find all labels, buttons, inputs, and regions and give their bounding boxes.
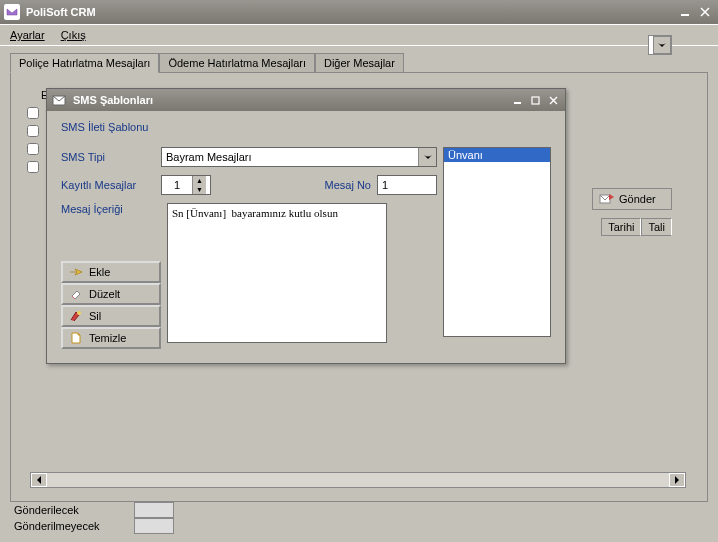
menu-cikis[interactable]: Çıkış xyxy=(61,29,86,41)
eraser-icon xyxy=(69,287,83,301)
scroll-track[interactable] xyxy=(47,473,669,487)
bg-checkbox-2[interactable] xyxy=(27,125,39,137)
menubar: Ayarlar Çıkış xyxy=(0,24,718,46)
bg-checkbox-4[interactable] xyxy=(27,161,39,173)
close-button[interactable] xyxy=(696,4,714,20)
svg-rect-4 xyxy=(532,97,539,104)
dialog-title: SMS Şablonları xyxy=(73,94,507,106)
spinner-up[interactable]: ▲ xyxy=(193,176,206,185)
sil-button[interactable]: Sil xyxy=(61,305,161,327)
status-rows: Gönderilecek Gönderilmeyecek xyxy=(14,502,174,534)
delete-icon xyxy=(69,309,83,323)
gonderilecek-value xyxy=(134,502,174,518)
top-right-combo[interactable] xyxy=(648,35,672,55)
dialog-minimize-button[interactable] xyxy=(509,93,525,107)
chevron-down-icon xyxy=(653,36,671,54)
kayitli-mesajlar-spinner[interactable]: ▲ ▼ xyxy=(161,175,211,195)
col-tali[interactable]: Tali xyxy=(641,218,672,236)
fields-listbox[interactable]: Ünvanı xyxy=(443,147,551,337)
mesaj-no-input[interactable] xyxy=(377,175,437,195)
gonderilecek-label: Gönderilecek xyxy=(14,504,134,516)
group-label: SMS İleti Şablonu xyxy=(61,121,551,133)
tab-strip: Poliçe Hatırlatma Mesajları Ödeme Hatırl… xyxy=(10,52,708,72)
dialog-close-button[interactable] xyxy=(545,93,561,107)
main-titlebar: PoliSoft CRM xyxy=(0,0,718,24)
chevron-down-icon xyxy=(418,148,436,166)
temizle-button[interactable]: Temizle xyxy=(61,327,161,349)
gonder-label: Gönder xyxy=(619,193,656,205)
new-page-icon xyxy=(69,331,83,345)
sms-sablonlari-dialog: SMS Şablonları SMS İleti Şablonu SMS Tip… xyxy=(46,88,566,364)
tab-police[interactable]: Poliçe Hatırlatma Mesajları xyxy=(10,53,159,73)
col-tarihi[interactable]: Tarihi xyxy=(601,218,641,236)
sms-tipi-label: SMS Tipi xyxy=(61,151,161,163)
mesaj-no-label: Mesaj No xyxy=(325,179,371,191)
horizontal-scrollbar[interactable] xyxy=(30,472,686,488)
kayitli-mesajlar-label: Kayıtlı Mesajlar xyxy=(61,179,161,191)
bg-checkbox-3[interactable] xyxy=(27,143,39,155)
sms-tipi-input[interactable] xyxy=(162,148,418,166)
tab-diger[interactable]: Diğer Mesajlar xyxy=(315,53,404,73)
gonderilmeyecek-value xyxy=(134,518,174,534)
mesaj-icerigi-textarea[interactable] xyxy=(167,203,387,343)
scroll-right-button[interactable] xyxy=(669,473,685,487)
svg-point-5 xyxy=(77,311,81,315)
bg-checkbox-1[interactable] xyxy=(27,107,39,119)
dialog-titlebar[interactable]: SMS Şablonları xyxy=(47,89,565,111)
app-title: PoliSoft CRM xyxy=(26,6,674,18)
spinner-down[interactable]: ▼ xyxy=(193,185,206,194)
sms-tipi-combo[interactable] xyxy=(161,147,437,167)
dialog-icon xyxy=(51,92,67,108)
dialog-maximize-button[interactable] xyxy=(527,93,543,107)
menu-ayarlar[interactable]: Ayarlar xyxy=(10,29,45,41)
app-icon xyxy=(4,4,20,20)
send-icon xyxy=(599,192,615,206)
kayitli-mesajlar-input[interactable] xyxy=(162,176,192,194)
hand-point-icon xyxy=(69,265,83,279)
gonder-button[interactable]: Gönder xyxy=(592,188,672,210)
listbox-item-unvani[interactable]: Ünvanı xyxy=(444,148,550,162)
ekle-button[interactable]: Ekle xyxy=(61,261,161,283)
duzelt-button[interactable]: Düzelt xyxy=(61,283,161,305)
mesaj-icerigi-label: Mesaj İçeriği xyxy=(61,203,161,215)
minimize-button[interactable] xyxy=(676,4,694,20)
gonderilmeyecek-label: Gönderilmeyecek xyxy=(14,520,134,532)
svg-rect-0 xyxy=(681,14,689,16)
tab-odeme[interactable]: Ödeme Hatırlatma Mesajları xyxy=(159,53,315,73)
scroll-left-button[interactable] xyxy=(31,473,47,487)
svg-rect-3 xyxy=(514,102,521,104)
table-headers: Tarihi Tali xyxy=(601,218,672,236)
